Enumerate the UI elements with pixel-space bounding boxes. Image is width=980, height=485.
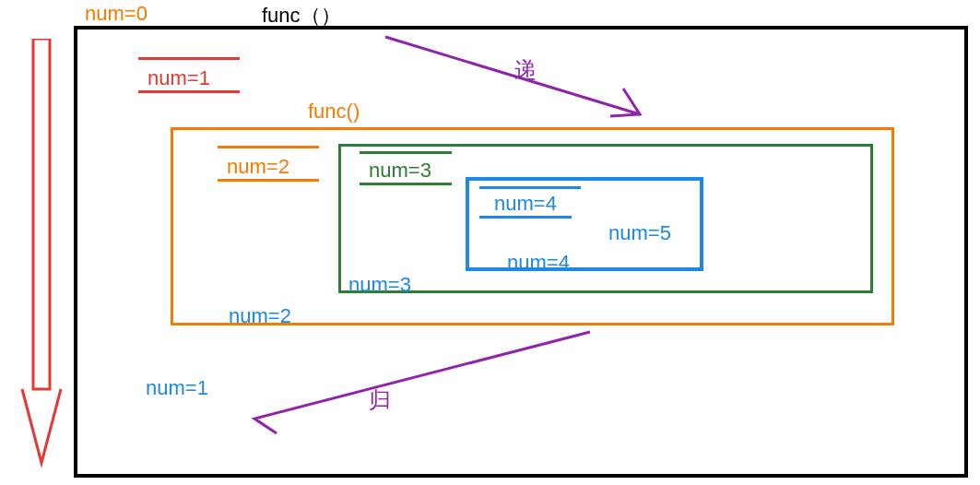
return-arrow-icon <box>0 0 980 485</box>
